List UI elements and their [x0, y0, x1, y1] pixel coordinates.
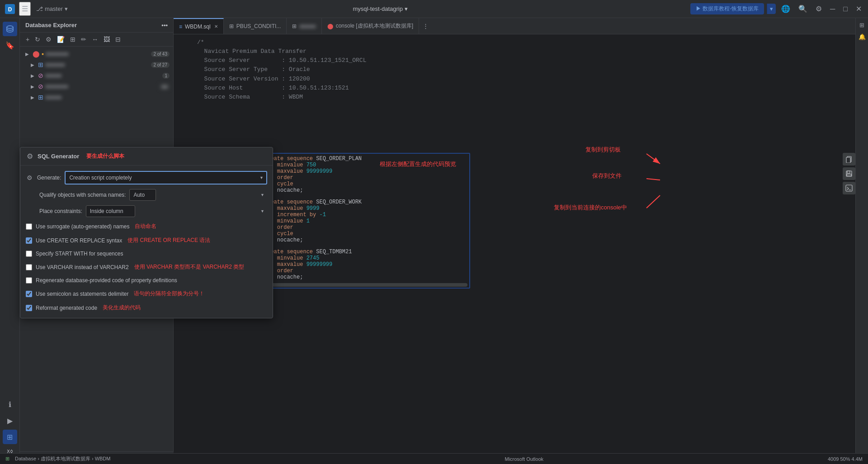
checkbox-start-with[interactable] [26, 251, 32, 257]
close-button[interactable]: ✕ [853, 3, 864, 15]
checkbox-regenerate-label[interactable]: Regenerate database-provided code of pro… [36, 277, 177, 284]
checkbox-create-replace-label[interactable]: Use CREATE OR REPLACE syntax [36, 237, 122, 244]
save-file-button[interactable] [843, 167, 855, 180]
new-query-button[interactable]: 📝 [55, 34, 67, 44]
top-bar: D ☰ ⎇ master ▾ mysql-test-datagrip ▾ ▶ 数… [0, 0, 868, 18]
checkbox-row-5: Regenerate database-provided code of pro… [26, 276, 267, 284]
sidebar-icon-active[interactable]: ⊞ [3, 430, 17, 444]
checkbox-varchar[interactable] [26, 264, 32, 270]
action-buttons [843, 153, 855, 194]
checkbox-start-with-label[interactable]: Specify START WITH for sequences [36, 251, 123, 257]
image-button[interactable]: 🖼 [101, 34, 112, 44]
tab-misc[interactable]: ⊞ ●●●●● [287, 18, 321, 34]
add-datasource-button[interactable]: + [24, 34, 32, 44]
status-breadcrumb: Database › 虚拟机本地测试数据库 › WBDM [15, 455, 110, 462]
sidebar-icon-bookmark[interactable]: 🔖 [3, 38, 17, 52]
tree-arrow-3: ▶ [31, 73, 36, 78]
qualify-select[interactable]: Auto [129, 189, 156, 201]
branch-selector[interactable]: ⎇ master ▾ [33, 5, 71, 13]
tree-item-1[interactable]: ▶ ⬤ ▪ ●●●●●●● 2 of 43 [20, 48, 173, 59]
preview-line-15: 15 [245, 243, 469, 249]
preview-line-9: 9 maxvalue 9999 [245, 205, 469, 212]
filter-button[interactable]: ⊟ [113, 34, 123, 44]
tree-badge-4: ●● [160, 84, 170, 90]
checkbox-semicolon-label[interactable]: Use semicolon as statements delimiter [36, 291, 128, 297]
generate-row: ⚙ Generate: Creation script completely [26, 171, 267, 185]
tab-wbdm[interactable]: ≡ WBDM.sql ✕ [174, 18, 224, 34]
refresh-button[interactable]: ↻ [33, 34, 42, 44]
menu-icon[interactable]: ☰ [19, 2, 31, 16]
generate-settings-icon[interactable]: ⚙ [26, 173, 33, 182]
tree-icon-3: ⊘ [38, 72, 43, 79]
qualify-row: Qualify objects with schema names: Auto [26, 189, 267, 201]
db-explorer-title: Database Explorer [25, 22, 77, 28]
right-icon-grid[interactable]: ⊞ [857, 20, 867, 30]
tree-item-3[interactable]: ▶ ⊘ ●●●●● 1 [20, 70, 173, 81]
checkbox-create-replace[interactable] [26, 237, 32, 244]
copy-clipboard-button[interactable] [843, 153, 855, 166]
pencil-button[interactable]: ✏ [79, 34, 89, 44]
checkbox-semicolon[interactable] [26, 291, 32, 297]
generate-label: Generate: [37, 175, 61, 181]
place-constraints-select[interactable]: Inside column [86, 205, 135, 217]
tab-console[interactable]: ⬤ console [虚拟机本地测试数据库] [322, 18, 419, 34]
settings-button[interactable]: ⚙ [813, 3, 825, 15]
run-button[interactable]: ▶ 数据库教程-恢复数据库 [690, 3, 764, 14]
right-icon-bell[interactable]: 🔔 [857, 32, 867, 42]
tree-icon-4: ⊘ [38, 83, 43, 90]
sidebar-icon-run[interactable]: ▶ [3, 413, 17, 428]
tree-item-5[interactable]: ▶ ⊞ ●●●●● [20, 92, 173, 103]
code-line-src-ver: Source Server Version : 120200 [174, 75, 855, 84]
checkbox-varchar-label[interactable]: Use VARCHAR instead of VARCHAR2 [36, 264, 129, 270]
code-preview-inner[interactable]: 1 create sequence SEQ_ORDER_PLAN 2 minva… [245, 154, 469, 282]
title-dropdown-icon[interactable]: ▾ [405, 5, 408, 12]
search-button[interactable]: 🔍 [796, 3, 810, 15]
minimize-button[interactable]: ─ [827, 3, 838, 15]
checkbox-row-1: Use surrogate (auto-generated) names 自动命… [26, 222, 267, 231]
tree-item-2[interactable]: ▶ ⊞ ●●●●●● 2 of 27 [20, 59, 173, 70]
checkbox-regenerate[interactable] [26, 277, 32, 284]
tab-pbus[interactable]: ⊞ PBUS_CONDITI... [224, 18, 287, 34]
place-constraints-row: Place constraints: Inside column [26, 205, 267, 217]
tab-label-wbdm: WBDM.sql [185, 24, 211, 30]
sql-generator-panel: ⚙ SQL Generator 要生成什么脚本 ⚙ Generate: Crea… [20, 147, 273, 318]
schema-button[interactable]: ⚙ [43, 34, 54, 44]
sql-gen-header: ⚙ SQL Generator 要生成什么脚本 [20, 147, 273, 166]
table-button[interactable]: ⊞ [68, 34, 78, 44]
run-dropdown-button[interactable]: ▾ [767, 4, 776, 14]
sidebar-icon-database[interactable] [3, 22, 17, 36]
tree-arrow-1: ▶ [25, 52, 31, 57]
tab-more-button[interactable]: ⋮ [419, 23, 432, 29]
checkbox-surrogate-label[interactable]: Use surrogate (auto-generated) names [36, 223, 129, 230]
checkbox-reformat[interactable] [26, 305, 32, 311]
sql-gen-settings-button[interactable]: ⚙ [26, 151, 34, 161]
svg-rect-4 [846, 157, 850, 163]
cb2-annotation: 使用 CREATE OR REPLACE 语法 [127, 237, 210, 244]
checkbox-surrogate[interactable] [26, 223, 32, 230]
code-preview-panel: 1 create sequence SEQ_ORDER_PLAN 2 minva… [244, 153, 470, 289]
code-line-src-schema: Source Schema : WBDM [174, 93, 855, 102]
sql-gen-body: ⚙ Generate: Creation script completely Q… [20, 166, 273, 318]
preview-line-10: 10 increment by -1 [245, 212, 469, 218]
svg-rect-8 [846, 185, 852, 191]
code-preview-scrollbar[interactable] [247, 283, 467, 287]
preview-line-5: 5 cycle [245, 181, 469, 187]
tree-item-4[interactable]: ▶ ⊘ ●●●●●●● ●● [20, 81, 173, 92]
place-constraints-label: Place constraints: [39, 208, 82, 214]
generate-select[interactable]: Creation script completely [66, 172, 266, 184]
maximize-button[interactable]: □ [840, 3, 850, 15]
status-position: 4009 50% 4.4M [828, 456, 863, 462]
tab-close-wbdm[interactable]: ✕ [214, 24, 218, 29]
checkbox-row-6: Use semicolon as statements delimiter 语句… [26, 289, 267, 298]
qualify-select-wrapper: Auto [129, 189, 267, 201]
preview-line-16: 16 create sequence SEQ_TDMBM21 [245, 249, 469, 255]
checkbox-reformat-label[interactable]: Reformat generated code [36, 305, 97, 311]
preview-line-8: 8 create sequence SEQ_ORDER_WORK [245, 199, 469, 205]
more-icon[interactable]: ••• [161, 22, 168, 28]
copy-console-button[interactable] [843, 182, 855, 194]
status-bar: ⊞ Database › 虚拟机本地测试数据库 › WBDM Microsoft… [0, 453, 868, 464]
translate-button[interactable]: 🌐 [778, 3, 793, 15]
sidebar-icon-info[interactable]: ℹ [3, 397, 17, 412]
preview-line-1: 1 create sequence SEQ_ORDER_PLAN [245, 156, 469, 162]
arrow-button[interactable]: ↔ [90, 34, 100, 44]
